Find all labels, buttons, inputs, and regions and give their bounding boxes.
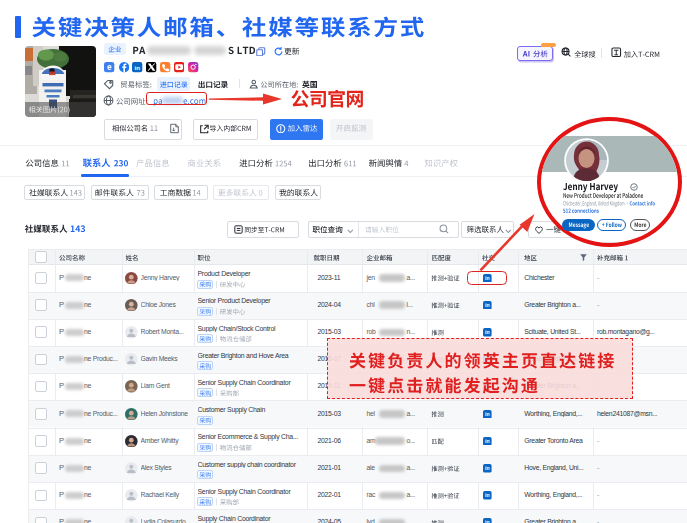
svg-text:e: e (107, 63, 112, 72)
svg-text:in: in (485, 465, 490, 471)
svg-text:in: in (485, 493, 490, 499)
svg-text:in: in (485, 411, 490, 417)
svg-text:in: in (485, 438, 490, 444)
svg-text:in: in (485, 302, 490, 308)
svg-text:in: in (485, 329, 490, 335)
svg-text:in: in (135, 64, 141, 71)
